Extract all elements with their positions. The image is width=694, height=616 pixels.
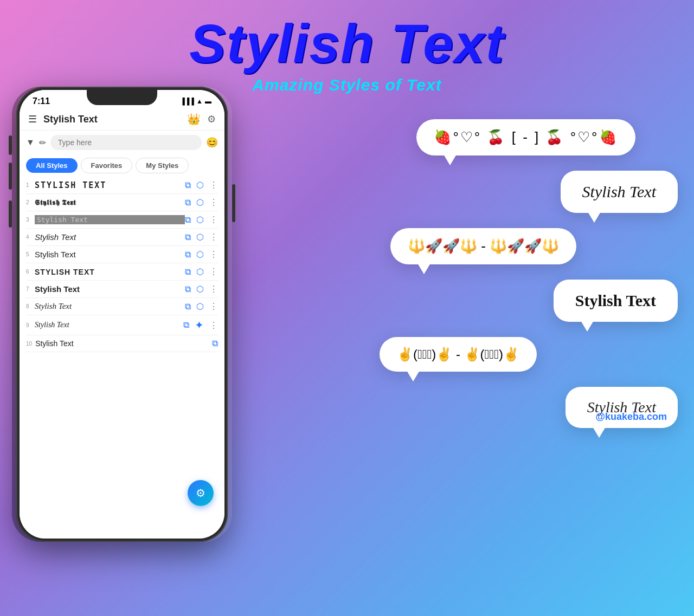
share-icon-2[interactable]: ⬡ xyxy=(196,197,204,208)
more-icon-4[interactable]: ⋮ xyxy=(209,232,218,242)
main-title: Stylish Text xyxy=(0,16,694,70)
title-section: Stylish Text Amazing Styles of Text xyxy=(0,0,694,94)
style-text-3: Stylish Text xyxy=(35,215,185,224)
share-icon-7[interactable]: ⬡ xyxy=(196,284,204,294)
style-text-7: Stylish Text xyxy=(35,284,185,294)
tab-favorites[interactable]: Favorites xyxy=(81,158,133,173)
status-time: 7:11 xyxy=(33,96,50,106)
chat-bubble-2: Stylish Text xyxy=(561,171,678,213)
watermark: @kuakeba.com xyxy=(595,411,667,423)
style-item-8: 8 Stylish Text ⧉ ⬡ ⋮ xyxy=(26,298,218,315)
more-icon-9[interactable]: ⋮ xyxy=(209,320,218,330)
chat-bubble-4: Stylish Text xyxy=(554,280,678,322)
bubble-text-1: 🍓°♡° 🍒 [ - ] 🍒 °♡°🍓 xyxy=(434,129,618,145)
more-icon-3[interactable]: ⋮ xyxy=(209,215,218,225)
header-icons: 👑 ⚙ xyxy=(187,113,216,126)
share-icon-3[interactable]: ⬡ xyxy=(196,215,204,225)
chat-bubble-3: 🔱🚀🚀🔱 - 🔱🚀🚀🔱 xyxy=(390,228,576,264)
bubble-text-5: ✌(ﾟ◡ﾟ)✌ - ✌(ﾟ◡ﾟ)✌ xyxy=(397,347,519,361)
style-item-9: 9 Stylish Text ⧉ ✦ ⋮ xyxy=(26,315,218,335)
phone-notch xyxy=(87,90,157,105)
item-actions-1: ⧉ ⬡ ⋮ xyxy=(185,180,218,190)
copy-icon-7[interactable]: ⧉ xyxy=(185,284,191,294)
settings-icon[interactable]: ⚙ xyxy=(207,113,216,125)
phone-screen: 7:11 ▐▐▐ ▲ ▬ ☰ Stylish Text 👑 ⚙ xyxy=(20,90,224,539)
share-icon-1[interactable]: ⬡ xyxy=(196,180,204,190)
volume-up-button xyxy=(9,163,12,190)
phone-mockup: 7:11 ▐▐▐ ▲ ▬ ☰ Stylish Text 👑 ⚙ xyxy=(16,87,244,585)
mute-button xyxy=(9,135,12,155)
copy-icon-9[interactable]: ⧉ xyxy=(183,320,189,330)
style-text-4: Stylish Text xyxy=(35,232,185,242)
style-text-1: STYLISH TEXT xyxy=(35,180,185,190)
wifi-icon: ▲ xyxy=(196,98,203,105)
fab-button[interactable]: ⚙ xyxy=(188,480,214,506)
copy-icon-4[interactable]: ⧉ xyxy=(185,232,191,242)
more-icon-5[interactable]: ⋮ xyxy=(209,249,218,260)
app-header-title: Stylish Text xyxy=(43,114,187,125)
more-icon-8[interactable]: ⋮ xyxy=(209,301,218,312)
screen-content: 7:11 ▐▐▐ ▲ ▬ ☰ Stylish Text 👑 ⚙ xyxy=(20,90,224,539)
chat-bubble-5: ✌(ﾟ◡ﾟ)✌ - ✌(ﾟ◡ﾟ)✌ xyxy=(380,337,537,372)
chat-bubble-6: Stylish Text @kuakeba.com xyxy=(566,387,678,428)
share-icon-6[interactable]: ⬡ xyxy=(196,267,204,277)
filter-icon[interactable]: ▼ xyxy=(26,138,35,147)
pencil-icon[interactable]: ✏ xyxy=(39,138,46,148)
crown-icon[interactable]: 👑 xyxy=(187,113,201,126)
more-icon-1[interactable]: ⋮ xyxy=(209,180,218,190)
chat-bubble-1: 🍓°♡° 🍒 [ - ] 🍒 °♡°🍓 xyxy=(416,119,635,155)
bubble-text-4: Stylish Text xyxy=(575,291,656,309)
more-icon-2[interactable]: ⋮ xyxy=(209,197,218,208)
style-item-4: 4 Stylish Text ⧉ ⬡ ⋮ xyxy=(26,229,218,246)
status-icons: ▐▐▐ ▲ ▬ xyxy=(181,98,211,105)
copy-icon-6[interactable]: ⧉ xyxy=(185,267,191,277)
copy-icon-1[interactable]: ⧉ xyxy=(185,180,191,190)
share-icon-9[interactable]: ✦ xyxy=(195,319,204,332)
copy-icon-5[interactable]: ⧉ xyxy=(185,250,191,260)
style-text-9: Stylish Text xyxy=(35,321,183,329)
style-item-1: 1 STYLISH TEXT ⧉ ⬡ ⋮ xyxy=(26,177,218,194)
hamburger-icon[interactable]: ☰ xyxy=(28,113,37,125)
style-item-7: 7 Stylish Text ⧉ ⬡ ⋮ xyxy=(26,281,218,298)
search-input[interactable] xyxy=(50,135,202,150)
style-text-8: Stylish Text xyxy=(35,302,185,311)
copy-icon-2[interactable]: ⧉ xyxy=(185,198,191,208)
more-icon-7[interactable]: ⋮ xyxy=(209,284,218,294)
bubble-text-2: Stylish Text xyxy=(582,183,656,200)
copy-icon-8[interactable]: ⧉ xyxy=(185,302,191,312)
style-text-2: 𝕾𝖙𝖞𝖑𝖎𝖘𝖍 𝕿𝖊𝖝𝖙 xyxy=(35,198,185,207)
style-text-10: Stylish Text xyxy=(35,339,212,348)
share-icon-8[interactable]: ⬡ xyxy=(196,301,204,312)
bubble-text-3: 🔱🚀🚀🔱 - 🔱🚀🚀🔱 xyxy=(408,238,559,254)
style-item-5: 5 Stylish Text ⧉ ⬡ ⋮ xyxy=(26,246,218,263)
copy-icon-3[interactable]: ⧉ xyxy=(185,215,191,225)
tabs-row: All Styles Favorites My Styles xyxy=(20,154,224,177)
app-header: ☰ Stylish Text 👑 ⚙ xyxy=(20,108,224,131)
signal-icon: ▐▐▐ xyxy=(181,98,195,105)
style-item-2: 2 𝕾𝖙𝖞𝖑𝖎𝖘𝖍 𝕿𝖊𝖝𝖙 ⧉ ⬡ ⋮ xyxy=(26,194,218,211)
share-icon-5[interactable]: ⬡ xyxy=(196,249,204,260)
bubbles-section: 🍓°♡° 🍒 [ - ] 🍒 °♡°🍓 Stylish Text 🔱🚀🚀🔱 - … xyxy=(374,119,678,428)
tab-my-styles[interactable]: My Styles xyxy=(136,158,189,173)
style-item-10: 10 Stylish Text ⧉ xyxy=(26,335,218,352)
more-icon-6[interactable]: ⋮ xyxy=(209,267,218,277)
style-text-6: STYLISH TEXT xyxy=(35,268,185,276)
power-button xyxy=(232,184,235,222)
battery-icon: ▬ xyxy=(205,98,211,105)
emoji-icon[interactable]: 😊 xyxy=(206,137,218,148)
search-bar: ▼ ✏ 😊 xyxy=(20,131,224,154)
style-text-5: Stylish Text xyxy=(35,250,185,259)
phone-outer: 7:11 ▐▐▐ ▲ ▬ ☰ Stylish Text 👑 ⚙ xyxy=(16,87,228,542)
style-item-3: 3 Stylish Text ⧉ ⬡ ⋮ xyxy=(26,211,218,229)
share-icon-4[interactable]: ⬡ xyxy=(196,232,204,242)
tab-all-styles[interactable]: All Styles xyxy=(26,158,78,173)
style-item-6: 6 STYLISH TEXT ⧉ ⬡ ⋮ xyxy=(26,263,218,281)
copy-icon-10[interactable]: ⧉ xyxy=(212,339,218,348)
volume-down-button xyxy=(9,200,12,228)
